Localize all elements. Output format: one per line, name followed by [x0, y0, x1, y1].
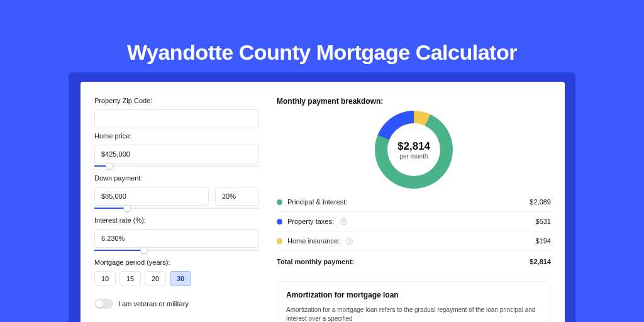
slider-thumb-icon[interactable] [140, 247, 148, 254]
interest-rate-label: Interest rate (%): [94, 216, 259, 224]
legend-row-insurance: Home insurance: ? $194 [277, 231, 551, 251]
slider-thumb-icon[interactable] [123, 204, 131, 212]
period-option-15[interactable]: 15 [119, 271, 141, 286]
info-icon[interactable]: ? [340, 218, 347, 225]
home-price-label: Home price: [94, 132, 259, 140]
legend: Principal & Interest: $2,089 Property ta… [277, 192, 551, 271]
amortization-card: Amortization for mortgage loan Amortizat… [277, 281, 551, 322]
form-panel: Property Zip Code: Home price: Down paym… [94, 97, 259, 318]
down-payment-label: Down payment: [94, 174, 259, 182]
period-options: 10 15 20 30 [94, 271, 259, 286]
legend-amount: $2,089 [530, 198, 551, 206]
interest-rate-slider[interactable] [94, 246, 259, 255]
legend-label: Home insurance: [287, 237, 340, 245]
dot-icon [277, 238, 282, 244]
donut-center: $2,814 per month [277, 111, 551, 189]
veteran-toggle[interactable] [94, 299, 113, 309]
down-payment-slider[interactable] [94, 204, 259, 213]
legend-total-amount: $2,814 [530, 258, 551, 265]
donut-sub: per month [399, 153, 428, 160]
interest-rate-input[interactable] [94, 229, 259, 248]
dot-icon [277, 199, 282, 205]
period-option-10[interactable]: 10 [94, 271, 116, 286]
legend-label: Property taxes: [287, 218, 334, 225]
breakdown-panel: Monthly payment breakdown: $2,814 per mo… [277, 97, 551, 318]
toggle-knob-icon [96, 300, 103, 308]
period-label: Mortgage period (years): [94, 258, 259, 266]
legend-row-principal: Principal & Interest: $2,089 [277, 192, 551, 212]
zip-label: Property Zip Code: [94, 97, 259, 104]
info-icon[interactable]: ? [346, 238, 353, 245]
page-title: Wyandotte County Mortgage Calculator [0, 40, 644, 65]
donut-amount: $2,814 [397, 140, 430, 153]
veteran-label: I am veteran or military [118, 300, 189, 308]
donut-chart: $2,814 per month [277, 111, 551, 189]
legend-amount: $531 [536, 218, 551, 225]
legend-amount: $194 [536, 237, 551, 245]
period-option-20[interactable]: 20 [145, 271, 166, 286]
calculator-card: Property Zip Code: Home price: Down paym… [80, 82, 565, 322]
period-option-30[interactable]: 30 [170, 271, 191, 286]
down-payment-pct-input[interactable] [215, 187, 259, 206]
slider-thumb-icon[interactable] [106, 162, 113, 170]
amortization-text: Amortization for a mortgage loan refers … [286, 306, 541, 322]
amortization-title: Amortization for mortgage loan [286, 291, 541, 299]
legend-row-taxes: Property taxes: ? $531 [277, 212, 551, 231]
home-price-input[interactable] [94, 145, 259, 164]
legend-row-total: Total monthly payment: $2,814 [277, 251, 551, 271]
legend-total-label: Total monthly payment: [277, 258, 354, 265]
down-payment-input[interactable] [94, 187, 209, 206]
dot-icon [277, 219, 282, 225]
home-price-slider[interactable] [94, 162, 259, 170]
legend-label: Principal & Interest: [287, 198, 347, 206]
breakdown-title: Monthly payment breakdown: [277, 97, 551, 106]
zip-input[interactable] [94, 109, 259, 128]
